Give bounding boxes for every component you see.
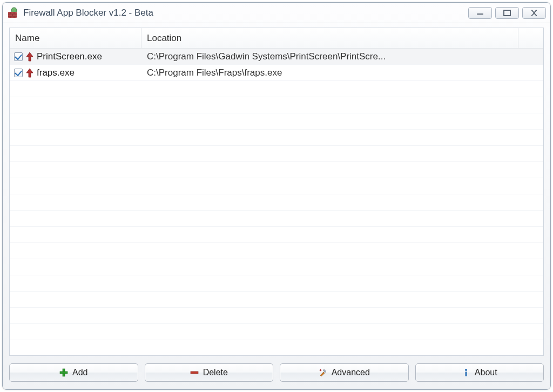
column-header-location[interactable]: Location [141,28,518,48]
app-window: Firewall App Blocker v1.2 - Beta Name Lo… [2,2,551,390]
row-checkbox[interactable] [14,52,23,61]
row-name: fraps.exe [37,67,75,78]
advanced-label: Advanced [332,368,370,377]
cell-name: fraps.exe [10,67,141,78]
about-button[interactable]: About [415,363,544,382]
close-button[interactable] [522,7,546,19]
add-button[interactable]: Add [9,363,138,382]
empty-row [10,113,543,130]
list-body[interactable]: PrintScreen.exe C:\Program Files\Gadwin … [10,49,543,355]
empty-row [10,146,543,162]
info-icon [462,368,470,377]
empty-row [10,308,543,324]
blocked-arrow-icon [26,52,33,62]
delete-button[interactable]: Delete [145,363,274,382]
empty-row [10,275,543,292]
empty-row [10,97,543,113]
column-header-name[interactable]: Name [10,28,141,48]
empty-row [10,227,543,243]
table-row[interactable]: fraps.exe C:\Program Files\Fraps\fraps.e… [10,65,543,81]
empty-row [10,243,543,259]
minimize-button[interactable] [468,7,492,19]
column-header-spacer [518,28,543,48]
columns-header: Name Location [10,28,543,49]
row-name: PrintScreen.exe [37,51,102,62]
empty-row [10,259,543,275]
empty-row [10,130,543,146]
row-location: C:\Program Files\Gadwin Systems\PrintScr… [141,51,518,62]
empty-row [10,194,543,211]
titlebar[interactable]: Firewall App Blocker v1.2 - Beta [3,3,550,23]
empty-row [10,292,543,308]
list-panel: Name Location PrintScreen.exe C:\Program… [9,28,544,356]
svg-rect-14 [319,369,321,371]
add-label: Add [72,368,87,377]
tools-icon [319,368,327,377]
table-row[interactable]: PrintScreen.exe C:\Program Files\Gadwin … [10,49,543,65]
empty-row [10,178,543,194]
empty-row [10,211,543,227]
app-icon [7,7,19,19]
svg-rect-16 [465,371,467,376]
blocked-arrow-icon [26,68,33,78]
row-checkbox[interactable] [14,69,23,77]
empty-row [10,324,543,340]
window-controls [468,7,546,19]
advanced-button[interactable]: Advanced [280,363,409,382]
delete-label: Delete [203,368,228,377]
about-label: About [475,368,497,377]
minus-icon [190,368,199,377]
empty-row [10,162,543,178]
empty-row [10,81,543,97]
row-location: C:\Program Files\Fraps\fraps.exe [141,67,518,78]
maximize-button[interactable] [495,7,519,19]
svg-rect-13 [191,371,198,374]
plus-icon [59,368,68,377]
svg-rect-10 [504,10,510,16]
svg-point-15 [465,369,467,371]
window-title: Firewall App Blocker v1.2 - Beta [23,8,468,18]
cell-name: PrintScreen.exe [10,51,141,62]
svg-rect-12 [60,371,68,374]
svg-rect-9 [477,13,483,15]
toolbar: Add Delete Advanced About [3,358,550,389]
